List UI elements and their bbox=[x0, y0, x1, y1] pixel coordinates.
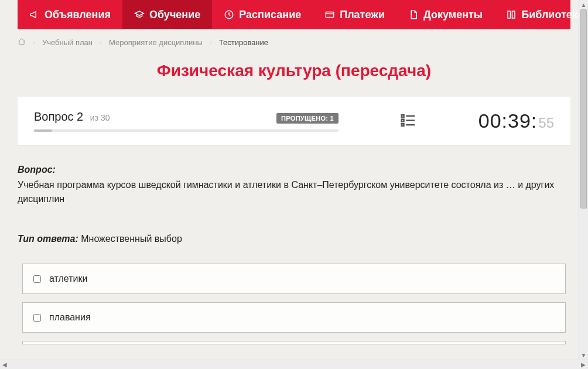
chevron-right-icon bbox=[98, 38, 103, 47]
scroll-track[interactable] bbox=[9, 360, 579, 369]
nav-education[interactable]: Обучение bbox=[122, 0, 212, 29]
svg-rect-3 bbox=[402, 119, 404, 121]
scroll-up-arrow[interactable]: ▲ bbox=[579, 0, 589, 9]
megaphone-icon bbox=[29, 9, 40, 20]
payment-icon bbox=[324, 9, 335, 20]
chevron-right-icon bbox=[208, 38, 213, 47]
timer-main: 00:39: bbox=[478, 110, 538, 132]
breadcrumb-home[interactable] bbox=[18, 37, 26, 47]
breadcrumb: Учебный план Мероприятие дисциплины Тест… bbox=[0, 29, 588, 58]
svg-rect-4 bbox=[402, 124, 404, 126]
clock-icon bbox=[224, 9, 234, 20]
scroll-thumb[interactable] bbox=[580, 9, 587, 209]
timer: 00:39:55 bbox=[478, 110, 554, 132]
answer-type-label: Тип ответа: bbox=[18, 234, 78, 244]
nav-payments[interactable]: Платежи bbox=[313, 0, 396, 29]
top-nav: Объявления Обучение Расписание Платежи bbox=[18, 0, 570, 29]
breadcrumb-current: Тестирование bbox=[219, 38, 268, 47]
chevron-right-icon bbox=[32, 38, 36, 47]
question-infobar: Вопрос 2 из 30 ПРОПУЩЕНО: 1 bbox=[18, 97, 570, 145]
horizontal-scrollbar[interactable]: ◀ ▶ bbox=[0, 360, 588, 369]
answer-checkbox[interactable] bbox=[33, 314, 41, 322]
progress-bar bbox=[34, 129, 339, 132]
nav-label: Объявления bbox=[45, 9, 111, 21]
question-text: Учебная программа курсов шведской гимнас… bbox=[18, 178, 570, 206]
nav-documents[interactable]: Документы bbox=[396, 0, 494, 29]
nav-label: Расписание bbox=[239, 9, 301, 21]
answer-option[interactable]: атлетики bbox=[22, 264, 566, 294]
question-body: Вопрос: Учебная программа курсов шведско… bbox=[0, 163, 588, 264]
scroll-right-arrow[interactable]: ▶ bbox=[579, 360, 588, 370]
progress-fill bbox=[34, 129, 52, 132]
nav-library[interactable]: Библиотека bbox=[494, 0, 588, 29]
answer-label: атлетики bbox=[49, 274, 87, 284]
answer-type-value: Множественный выбор bbox=[81, 234, 182, 244]
question-total: из 30 bbox=[90, 113, 110, 122]
nav-label: Платежи bbox=[340, 9, 385, 21]
question-label: Вопрос 2 bbox=[34, 110, 87, 123]
question-heading: Вопрос: bbox=[18, 165, 56, 175]
svg-rect-1 bbox=[326, 12, 334, 18]
document-icon bbox=[408, 9, 419, 20]
skipped-badge: ПРОПУЩЕНО: 1 bbox=[276, 113, 339, 124]
nav-schedule[interactable]: Расписание bbox=[212, 0, 313, 29]
answer-option[interactable]: плавания bbox=[22, 302, 566, 333]
answer-label: плавания bbox=[49, 312, 91, 323]
answer-checkbox[interactable] bbox=[33, 275, 41, 283]
vertical-scrollbar[interactable]: ▲ ▼ bbox=[579, 0, 588, 360]
nav-label: Библиотека bbox=[521, 9, 583, 21]
nav-announcements[interactable]: Объявления bbox=[18, 0, 122, 29]
scroll-left-arrow[interactable]: ◀ bbox=[0, 360, 9, 370]
answers-list: атлетики плавания bbox=[0, 264, 588, 344]
nav-label: Обучение bbox=[149, 9, 200, 21]
education-icon bbox=[134, 9, 145, 20]
breadcrumb-item-plan[interactable]: Учебный план bbox=[42, 38, 93, 47]
scroll-down-arrow[interactable]: ▼ bbox=[579, 350, 589, 360]
question-list-icon[interactable] bbox=[399, 111, 417, 131]
answer-option-peek[interactable] bbox=[22, 341, 566, 344]
scroll-track[interactable] bbox=[579, 9, 588, 350]
timer-seconds: 55 bbox=[538, 115, 554, 131]
svg-rect-2 bbox=[402, 115, 404, 117]
library-icon bbox=[506, 9, 517, 20]
breadcrumb-item-event[interactable]: Мероприятие дисциплины bbox=[109, 38, 203, 47]
nav-label: Документы bbox=[423, 9, 483, 21]
page-title: Физическая культура (пересдача) bbox=[0, 58, 588, 97]
